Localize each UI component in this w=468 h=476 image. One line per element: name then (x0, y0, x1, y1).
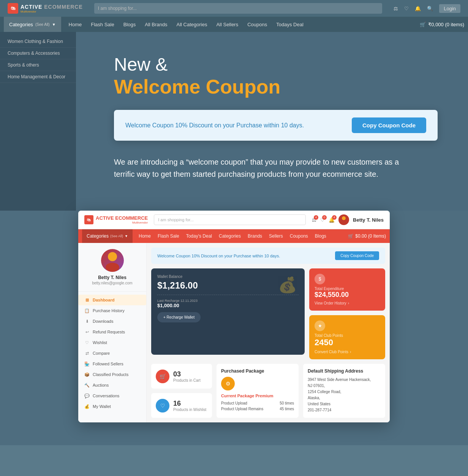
sidebar-item-followed-sellers[interactable]: 🏪 Followed Sellers (78, 359, 146, 369)
inner-flash-sale-link[interactable]: Flash Sale (158, 233, 179, 239)
inner-blogs-link[interactable]: Blogs (315, 233, 326, 239)
expenditure-icon: $ (315, 274, 325, 284)
view-order-history-link[interactable]: View Order History › (315, 301, 380, 305)
logo-text: ACTIVE ECOMMERCE (21, 4, 83, 10)
inner-logo[interactable]: 🛍 ACTIVE ECOMMERCE Multivendor (84, 215, 148, 224)
home-link[interactable]: Home (69, 22, 82, 27)
coupons-link[interactable]: Coupons (247, 22, 267, 27)
sidebar-item-wishlist[interactable]: ♡ Wishlist (78, 337, 146, 348)
notification-icon[interactable]: 🔔 (415, 6, 421, 11)
cart-stat-label: Products in Cart (173, 378, 201, 382)
conversations-icon: 💬 (84, 393, 90, 398)
inner-search-placeholder: I am shopping for... (158, 217, 194, 222)
expenditure-label: Total Expenditure (315, 287, 380, 291)
login-button[interactable]: Login (439, 4, 460, 13)
inner-header: 🛍 ACTIVE ECOMMERCE Multivendor I am shop… (78, 211, 390, 229)
nav-links: Home Flash Sale Blogs All Brands All Cat… (61, 22, 304, 27)
compare-icon[interactable]: ⚖ (394, 6, 398, 11)
inner-categories-button[interactable]: Categories (See All) ▼ (82, 229, 133, 243)
recharge-button[interactable]: + Recharge Wallet (157, 312, 201, 322)
wishlist-icon[interactable]: ♡ (404, 6, 409, 11)
inner-coupon-text: Welcome Coupon 10% Discount on your Purc… (157, 254, 280, 258)
all-categories-link[interactable]: All Categories (176, 22, 207, 27)
package-title: Purchased Package (221, 368, 294, 374)
wishlist-stat-card: ♡ 16 Products in Wishlist (151, 393, 212, 418)
inner-copy-coupon-button[interactable]: Copy Coupon Code (335, 251, 379, 260)
hero-title-line2: Welcome Coupon (114, 75, 438, 98)
cart-area[interactable]: 🛒 ₹0,000 (0 items) (420, 22, 464, 27)
inner-user-avatar[interactable] (338, 214, 349, 225)
inner-sidebar: Betty T. Niles betty.niles@google.com ⊞ … (78, 243, 147, 422)
categories-button[interactable]: Categories (See All) ▼ (4, 17, 61, 32)
wishlist-stat-icon: ♡ (156, 399, 169, 413)
inner-dashboard: Betty T. Niles betty.niles@google.com ⊞ … (78, 243, 390, 422)
coupon-text: Welcome Coupon 10% Discount on your Purc… (125, 122, 304, 129)
inner-search-bar[interactable]: I am shopping for... (154, 214, 306, 225)
inner-categories-link[interactable]: Categories (219, 233, 241, 239)
followed-sellers-label: Followed Sellers (93, 362, 123, 366)
shipping-title: Default Shipping Address (308, 368, 381, 374)
dashboard-icon: ⊞ (84, 297, 90, 303)
chevron-down-icon: ▼ (52, 22, 56, 27)
inner-coupons-link[interactable]: Coupons (290, 233, 308, 239)
search-bar[interactable]: I am shopping for... (94, 3, 382, 14)
sidebar-item-downloads[interactable]: ⬇ Downloads (78, 316, 146, 327)
purchase-history-icon: 📋 (84, 308, 90, 313)
copy-coupon-button[interactable]: Copy Coupon Code (352, 117, 426, 133)
wallet-balance: $1,216.00 (157, 280, 299, 291)
dashboard-label: Dashboard (93, 298, 114, 302)
convert-club-points-link[interactable]: Convert Club Points › (315, 350, 380, 354)
package-row-2: Product Upload Remains 45 times (221, 406, 294, 412)
sidebar-item-compare[interactable]: ⇄ Compare (78, 348, 146, 359)
svg-point-2 (108, 252, 117, 261)
category-computers[interactable]: Computers & Accessories (0, 48, 76, 59)
sidebar-item-auctions[interactable]: 🔨 Auctions (78, 380, 146, 390)
category-sports[interactable]: Sports & others (0, 59, 76, 71)
category-home[interactable]: Home Management & Decor (0, 71, 76, 83)
wishlist-stat-number: 16 (173, 400, 206, 408)
right-column: $ Total Expenditure $24,550.00 View Orde… (309, 268, 385, 359)
package-row-2-value: 45 times (280, 407, 294, 411)
search-icon[interactable]: 🔍 (427, 6, 433, 11)
inner-brands-link[interactable]: Brands (248, 233, 262, 239)
inner-compare-icon[interactable]: ⚖4 (312, 217, 316, 223)
inner-todays-deal-link[interactable]: Today's Deal (186, 233, 212, 239)
inner-home-link[interactable]: Home (139, 233, 151, 239)
inner-wishlist-icon[interactable]: ♡0 (320, 217, 325, 223)
my-wallet-label: My Wallet (93, 404, 111, 409)
sidebar-item-classified-products[interactable]: 📦 Classified Products (78, 369, 146, 380)
category-women[interactable]: Women Clothing & Fashion (0, 36, 76, 48)
flash-sale-link[interactable]: Flash Sale (91, 22, 114, 27)
inner-see-all: (See All) (110, 234, 123, 238)
chevron-right-icon2: › (350, 350, 351, 354)
inner-sellers-link[interactable]: Sellers (269, 233, 283, 239)
blogs-link[interactable]: Blogs (123, 22, 136, 27)
all-brands-link[interactable]: All Brands (145, 22, 167, 27)
inner-cart-area[interactable]: 🛒 $0.00 (0 Items) (348, 233, 386, 239)
classified-label: Classified Products (93, 372, 128, 377)
sidebar-item-dashboard[interactable]: ⊞ Dashboard (78, 295, 146, 305)
todays-deal-link[interactable]: Todays Deal (276, 22, 304, 27)
inner-notification-icon[interactable]: 🔔4 (329, 217, 335, 223)
profile-name: Betty T. Niles (84, 275, 140, 280)
conversations-label: Conversations (93, 393, 119, 398)
sidebar-item-purchase-history[interactable]: 📋 Purchase History (78, 305, 146, 316)
downloads-icon: ⬇ (84, 319, 90, 324)
package-row-1-value: 50 times (280, 401, 294, 405)
profile-avatar (101, 249, 124, 272)
site-logo[interactable]: 🛍 ACTIVE ECOMMERCE Multivendor (8, 3, 83, 14)
coupon-banner: Welcome Coupon 10% Discount on your Purc… (114, 110, 438, 141)
sellers-icon: 🏪 (84, 361, 90, 367)
package-row-1-label: Product Upload (221, 401, 247, 405)
inner-logo-text: ACTIVE ECOMMERCE (96, 215, 148, 221)
search-placeholder: I am shopping for... (98, 6, 137, 11)
shipping-card: Default Shipping Address 3947 West Side … (303, 364, 385, 418)
wallet-label: Wallet Balance (157, 274, 299, 279)
sidebar-item-my-wallet[interactable]: 💰 My Wallet (78, 401, 146, 412)
wallet-illustration: 💰 (278, 276, 297, 294)
sidebar-item-conversations[interactable]: 💬 Conversations (78, 390, 146, 401)
sidebar-item-refund[interactable]: ↩ Refund Requests (78, 327, 146, 337)
club-label: Total Club Points (315, 333, 380, 338)
all-sellers-link[interactable]: All Sellers (216, 22, 238, 27)
chevron-right-icon: › (348, 301, 349, 305)
